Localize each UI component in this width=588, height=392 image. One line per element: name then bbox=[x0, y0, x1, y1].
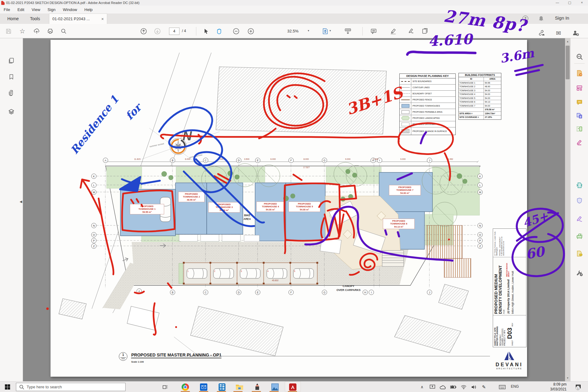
attachments-paperclip-icon[interactable] bbox=[6, 88, 17, 99]
compress-pdf-icon[interactable] bbox=[574, 180, 585, 191]
design-phase-planning-key: DESIGN PHASE PLANNING KEY SITE BOUNDARIE… bbox=[399, 74, 456, 135]
minimize-button[interactable]: — bbox=[551, 0, 564, 6]
task-view-button[interactable] bbox=[159, 383, 172, 391]
scan-ocr-icon[interactable] bbox=[574, 231, 585, 242]
zoom-in-icon[interactable] bbox=[246, 26, 256, 36]
more-tools-icon[interactable] bbox=[574, 267, 585, 278]
townhouse-6-label: PROPOSEDTOWNHOUSE 654.13 m² bbox=[383, 219, 415, 229]
vertical-scrollbar[interactable]: ▲ ▼ bbox=[565, 38, 570, 381]
menu-help[interactable]: Help bbox=[81, 6, 96, 13]
stall-number: 3 bbox=[241, 270, 242, 272]
tab-document[interactable]: 01-02-2021 P2043 ... × bbox=[49, 13, 107, 24]
favorite-star-icon[interactable]: ☆ bbox=[17, 26, 27, 36]
protect-pdf-icon[interactable] bbox=[574, 195, 585, 206]
edit-pdf-icon[interactable] bbox=[574, 82, 585, 93]
select-tool-cursor-icon[interactable] bbox=[202, 26, 211, 36]
help-question-icon[interactable]: ? bbox=[522, 16, 528, 21]
grid-bubble: M bbox=[91, 190, 96, 195]
close-button[interactable]: × bbox=[576, 0, 588, 6]
bookmarks-icon[interactable] bbox=[6, 71, 17, 82]
grid-bubble: Z bbox=[91, 243, 96, 249]
taskbar-photos-icon[interactable] bbox=[269, 383, 281, 391]
previous-page-icon[interactable] bbox=[139, 26, 149, 36]
save-icon[interactable] bbox=[4, 26, 13, 36]
tab-close-icon[interactable]: × bbox=[101, 17, 104, 21]
page-display-icon[interactable] bbox=[343, 26, 353, 36]
fit-caret-down-icon[interactable]: ▾ bbox=[330, 29, 331, 32]
share-link-icon[interactable] bbox=[537, 28, 546, 38]
taskbar-calculator-icon[interactable] bbox=[216, 383, 228, 391]
highlight-tool-icon[interactable] bbox=[388, 26, 398, 36]
building-footprints-table: BUILDING FOOTPRINTS IDAREA TOWNHOUSE 159… bbox=[458, 73, 501, 120]
legend-title: DESIGN PHASE PLANNING KEY bbox=[400, 74, 455, 78]
search-icon[interactable] bbox=[59, 26, 69, 36]
tray-pen-icon[interactable]: ✎ bbox=[478, 383, 490, 391]
grid-bubble: L bbox=[91, 183, 96, 188]
stall-number: 1 bbox=[187, 270, 189, 272]
taskbar-chrome-icon[interactable] bbox=[179, 383, 191, 391]
title-bar: 01-02-2021 P2043 SKETCH DESIGN-OPTION A.… bbox=[0, 0, 588, 6]
tray-clock[interactable]: 8:09 pm 3/03/2021 bbox=[536, 382, 567, 392]
zoom-out-icon[interactable] bbox=[231, 26, 241, 36]
start-button[interactable] bbox=[1, 383, 13, 391]
layers-icon[interactable] bbox=[6, 106, 17, 117]
zoom-level-value[interactable]: 32.5% bbox=[287, 29, 299, 33]
collapse-panel-icon[interactable]: ◀ bbox=[20, 200, 22, 204]
comment-tool-icon[interactable] bbox=[369, 26, 379, 36]
tab-home[interactable]: Home bbox=[2, 13, 24, 24]
fill-sign-tool-icon[interactable] bbox=[406, 26, 416, 36]
email-envelope-icon[interactable]: ✉ bbox=[554, 28, 564, 38]
next-page-icon[interactable] bbox=[153, 26, 162, 36]
menu-file[interactable]: File bbox=[0, 6, 14, 13]
add-user-icon[interactable] bbox=[571, 28, 581, 38]
sign-pen-icon[interactable] bbox=[574, 213, 585, 224]
taskbar-acrobat-icon[interactable] bbox=[287, 383, 299, 391]
stall-number: 2 bbox=[214, 270, 215, 272]
menu-sign[interactable]: Sign bbox=[44, 6, 59, 13]
organize-pages-icon[interactable] bbox=[574, 123, 585, 134]
tab-tools[interactable]: Tools bbox=[24, 13, 46, 24]
grid-bubble: K bbox=[477, 174, 483, 179]
scrollbar-thumb[interactable] bbox=[566, 46, 570, 79]
export-pdf-icon[interactable] bbox=[574, 68, 585, 79]
tray-touch-keyboard-icon[interactable] bbox=[496, 383, 508, 391]
taskbar-file-explorer-icon[interactable] bbox=[233, 383, 246, 391]
grid-bubble: F bbox=[288, 158, 294, 163]
print-icon[interactable] bbox=[45, 26, 55, 36]
grid-bubble: N bbox=[477, 223, 483, 228]
dimension-label: 9.000 bbox=[345, 158, 351, 160]
caption-title: PROPOSED SITE MASTER PLANNING - OP1 bbox=[131, 352, 221, 358]
taskbar-search-input[interactable]: Type here to search bbox=[16, 383, 126, 391]
notifications-bell-icon[interactable] bbox=[538, 15, 545, 22]
maximize-button[interactable]: ▢ bbox=[564, 0, 576, 6]
sign-in-button[interactable]: Sign In bbox=[555, 15, 569, 21]
send-share-icon[interactable] bbox=[420, 26, 430, 36]
tray-language-label[interactable]: ENG bbox=[511, 384, 519, 389]
scroll-up-icon[interactable]: ▲ bbox=[565, 38, 570, 43]
comment-panel-icon[interactable] bbox=[574, 97, 585, 108]
search-document-icon[interactable] bbox=[574, 51, 585, 62]
hand-tool-icon[interactable] bbox=[214, 26, 224, 36]
dimension-label: 1.000 bbox=[373, 158, 379, 160]
page-thumbnails-icon[interactable] bbox=[6, 55, 17, 66]
taskbar-mail-icon[interactable] bbox=[198, 383, 210, 391]
grid-bubble: H bbox=[363, 290, 368, 295]
page-number-input[interactable] bbox=[169, 28, 179, 35]
townhouse-5-label: PROPOSEDTOWNHOUSE 554.00 m² bbox=[288, 202, 320, 212]
menu-view[interactable]: View bbox=[28, 6, 44, 13]
fit-page-icon[interactable] bbox=[320, 26, 330, 36]
grid-bubble: D bbox=[236, 158, 241, 163]
menu-bar: File Edit View Sign Window Help bbox=[0, 6, 588, 13]
zoom-caret-down-icon[interactable]: ▾ bbox=[308, 29, 309, 32]
fill-sign-panel-icon[interactable] bbox=[574, 137, 585, 148]
scroll-down-icon[interactable]: ▼ bbox=[565, 377, 570, 379]
cloud-upload-icon[interactable] bbox=[32, 26, 42, 36]
dimension-label: 9.352 bbox=[448, 158, 453, 160]
send-comments-icon[interactable] bbox=[574, 248, 585, 259]
taskbar-drawing-app-icon[interactable] bbox=[251, 383, 263, 391]
menu-edit[interactable]: Edit bbox=[14, 6, 28, 13]
convert-pdf-icon[interactable] bbox=[574, 110, 585, 121]
menu-window[interactable]: Window bbox=[59, 6, 81, 13]
grid-bubble: B bbox=[170, 158, 175, 163]
grid-bubble: B bbox=[170, 290, 175, 295]
